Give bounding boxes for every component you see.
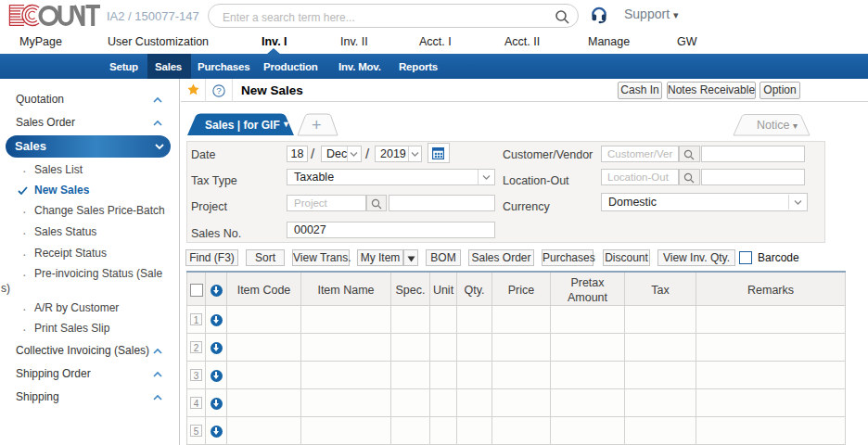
svg-text:?: ? (216, 85, 222, 95)
